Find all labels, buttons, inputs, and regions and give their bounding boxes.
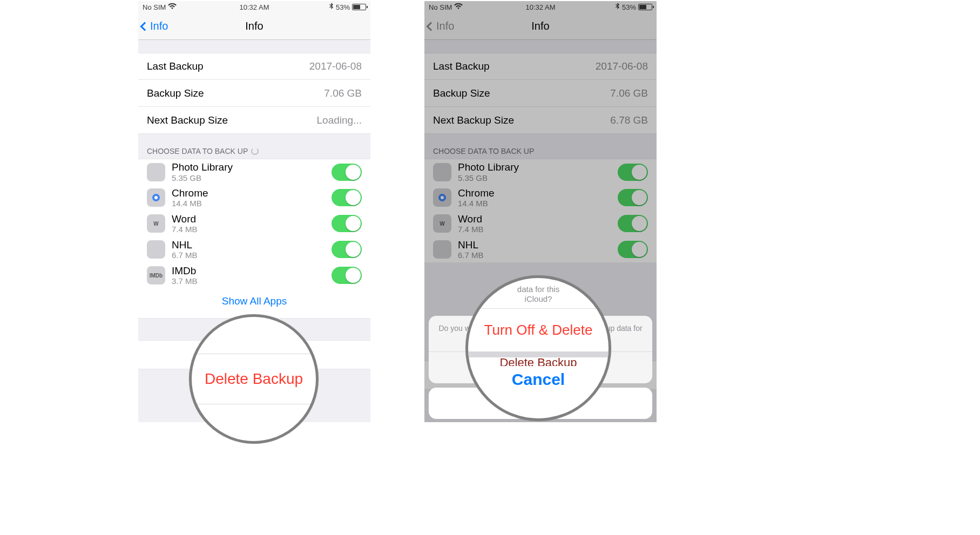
last-backup-row: Last Backup 2017-06-08 — [138, 53, 370, 80]
next-backup-label: Next Backup Size — [147, 114, 317, 126]
status-time: 10:32 AM — [526, 3, 556, 11]
backup-size-row: Backup Size 7.06 GB — [138, 80, 370, 107]
app-icon — [147, 188, 165, 207]
nav-bar: Info Info — [138, 13, 370, 40]
app-row: IMDbIMDb3.7 MB — [138, 262, 370, 288]
app-size: 7.4 MB — [458, 225, 618, 234]
app-size: 6.7 MB — [458, 250, 618, 260]
last-backup-value: 2017-06-08 — [596, 60, 648, 72]
status-bar: No SIM 10:32 AM 53% — [138, 1, 370, 13]
backup-size-value: 7.06 GB — [324, 87, 362, 99]
app-name: Word — [458, 213, 618, 225]
backup-toggle[interactable] — [332, 267, 362, 284]
back-button[interactable]: Info — [141, 13, 168, 39]
app-size: 6.7 MB — [172, 250, 332, 260]
app-size: 3.7 MB — [172, 276, 332, 286]
back-button[interactable]: Info — [428, 13, 454, 39]
magnifier-turn-off-delete: data for this iCloud? Turn Off & Delete … — [465, 275, 611, 421]
backup-size-label: Backup Size — [147, 87, 324, 99]
next-backup-value: Loading... — [317, 114, 362, 126]
app-row: Chrome14.4 MB — [138, 185, 370, 211]
backup-info-group: Last Backup 2017-06-08 Backup Size 7.06 … — [138, 53, 370, 134]
choose-data-header: CHOOSE DATA TO BACK UP — [424, 147, 657, 159]
backup-toggle[interactable] — [332, 241, 362, 258]
app-icon: IMDb — [147, 266, 165, 285]
magnified-cancel-label: Cancel — [468, 366, 609, 393]
choose-data-group: CHOOSE DATA TO BACK UP Photo Library5.35… — [138, 147, 370, 319]
app-row: Chrome14.4 MB — [424, 185, 657, 211]
battery-pct: 53% — [622, 3, 636, 11]
wifi-icon — [454, 3, 463, 11]
last-backup-label: Last Backup — [433, 60, 596, 72]
bluetooth-icon — [616, 3, 620, 12]
magnified-msg-line2: iCloud? — [525, 294, 552, 303]
app-size: 7.4 MB — [172, 225, 332, 234]
next-backup-value: 6.78 GB — [610, 114, 648, 126]
app-size: 5.35 GB — [172, 173, 332, 182]
app-name: Chrome — [458, 187, 618, 199]
magnified-delete-backup-label: Delete Backup — [192, 360, 316, 398]
page-title: Info — [531, 20, 549, 32]
app-icon: W — [147, 214, 165, 233]
app-name: Photo Library — [458, 161, 618, 173]
app-size: 5.35 GB — [458, 173, 618, 182]
app-icon — [147, 240, 165, 259]
app-icon — [147, 163, 165, 181]
app-name: Word — [172, 213, 332, 225]
backup-toggle[interactable] — [332, 215, 362, 232]
wifi-icon — [168, 3, 177, 11]
bluetooth-icon — [329, 3, 334, 12]
backup-info-group: Last Backup 2017-06-08 Backup Size 7.06 … — [424, 53, 657, 134]
chevron-left-icon — [140, 22, 150, 31]
back-label: Info — [150, 20, 168, 32]
app-size: 14.4 MB — [458, 199, 618, 208]
app-icon — [433, 240, 451, 259]
magnified-turn-off-delete-label: Turn Off & Delete — [468, 309, 609, 351]
magnifier-delete-backup: Delete Backup — [189, 314, 319, 444]
status-time: 10:32 AM — [240, 3, 269, 11]
next-backup-row: Next Backup Size 6.78 GB — [424, 107, 657, 134]
backup-toggle[interactable] — [332, 164, 362, 181]
back-label: Info — [436, 20, 454, 32]
app-icon: W — [433, 214, 451, 233]
app-name: Photo Library — [172, 161, 332, 173]
app-name: Chrome — [172, 187, 332, 199]
battery-icon — [638, 4, 652, 10]
backup-toggle[interactable] — [332, 189, 362, 206]
choose-data-group: CHOOSE DATA TO BACK UP Photo Library5.35… — [424, 147, 657, 262]
app-icon — [433, 188, 451, 207]
last-backup-label: Last Backup — [147, 60, 309, 72]
battery-icon — [352, 4, 366, 10]
app-name: NHL — [458, 239, 618, 251]
app-row: NHL6.7 MB — [138, 236, 370, 262]
last-backup-value: 2017-06-08 — [309, 60, 362, 72]
backup-toggle[interactable] — [618, 215, 648, 232]
battery-pct: 53% — [336, 3, 350, 11]
magnified-msg-line1: data for this — [517, 285, 559, 294]
backup-size-value: 7.06 GB — [610, 87, 648, 99]
next-backup-label: Next Backup Size — [433, 114, 610, 126]
backup-size-label: Backup Size — [433, 87, 610, 99]
nav-bar: Info Info — [424, 13, 657, 40]
carrier-text: No SIM — [429, 3, 452, 11]
app-name: NHL — [172, 239, 332, 251]
app-name: IMDb — [172, 265, 332, 277]
loading-spinner-icon — [251, 147, 259, 155]
choose-data-header: CHOOSE DATA TO BACK UP — [138, 147, 370, 159]
backup-toggle[interactable] — [618, 189, 648, 206]
backup-toggle[interactable] — [618, 164, 648, 181]
app-row: Photo Library5.35 GB — [138, 159, 370, 185]
app-row: Photo Library5.35 GB — [424, 159, 657, 185]
magnified-delete-backup-partial: Delete Backup — [468, 357, 609, 366]
last-backup-row: Last Backup 2017-06-08 — [424, 53, 657, 80]
app-size: 14.4 MB — [172, 199, 332, 208]
app-row: WWord7.4 MB — [424, 211, 657, 236]
app-row: NHL6.7 MB — [424, 236, 657, 262]
status-bar: No SIM 10:32 AM 53% — [424, 1, 657, 13]
backup-toggle[interactable] — [618, 241, 648, 258]
app-icon — [433, 163, 451, 181]
carrier-text: No SIM — [143, 3, 166, 11]
page-title: Info — [245, 20, 263, 32]
next-backup-row: Next Backup Size Loading... — [138, 107, 370, 134]
chevron-left-icon — [427, 22, 436, 31]
